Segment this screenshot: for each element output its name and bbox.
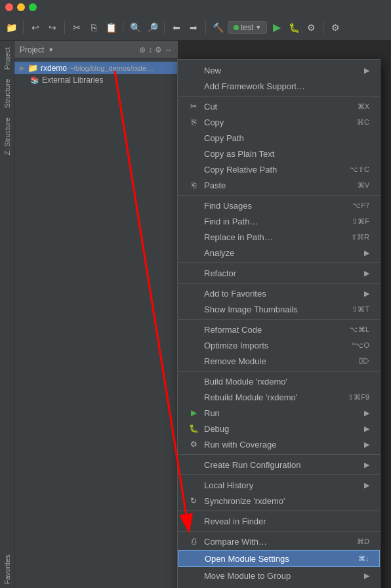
project-panel: Project ▼ ⊕ ↕ ⚙ ↔ ▶ 📁 rxdemo ~/blog/blog…	[14, 41, 178, 588]
favorites-tab[interactable]: Favorites	[2, 551, 12, 588]
menu-label-build-module: Build Module 'rxdemo'	[204, 377, 287, 387]
menu-item-compare-with[interactable]: ⎙Compare With…⌘D	[178, 534, 380, 549]
menu-shortcut-compare-with: ⌘D	[357, 537, 369, 546]
menu-item-left-run: ▶Run	[188, 408, 220, 418]
maximize-button[interactable]	[29, 3, 37, 11]
menu-shortcut-optimize-imports: ^⌥O	[352, 341, 369, 350]
minimize-button[interactable]	[17, 3, 25, 11]
left-tabs: Project Structure Z: Structure Favorites	[0, 41, 14, 588]
tree-root-item[interactable]: ▶ 📁 rxdemo ~/blog/blog_demos/rxde…	[14, 62, 178, 74]
copy-icon[interactable]: ⎘	[87, 20, 101, 35]
menu-item-open-module-settings[interactable]: Open Module Settings⌘↓	[178, 550, 380, 567]
menu-shortcut-find-usages: ⌥F7	[352, 201, 369, 210]
panel-sort-icon[interactable]: ↕	[148, 45, 152, 54]
menu-item-reformat-code[interactable]: Reformat Code⌥⌘L	[178, 322, 380, 337]
paste-icon[interactable]: 📋	[104, 20, 118, 35]
menu-item-cut[interactable]: ✂Cut⌘X	[178, 98, 380, 114]
menu-right-reformat-code: ⌥⌘L	[344, 326, 369, 334]
menu-item-build-module[interactable]: Build Module 'rxdemo'	[178, 373, 380, 389]
menu-item-mark-directory-as[interactable]: Mark Directory as▶	[178, 583, 380, 588]
menu-item-optimize-imports[interactable]: Optimize Imports^⌥O	[178, 337, 380, 353]
tree-external-libraries[interactable]: 📚 External Libraries	[14, 74, 178, 86]
folder-icon[interactable]: 📁	[4, 20, 18, 35]
menu-item-new[interactable]: New▶	[178, 62, 380, 78]
menu-item-add-framework[interactable]: Add Framework Support…	[178, 78, 380, 94]
menu-item-replace-in-path[interactable]: Replace in Path…⇧⌘R	[178, 229, 380, 245]
find-icon[interactable]: 🔍	[128, 20, 142, 35]
panel-settings-icon[interactable]: ⊕	[139, 45, 146, 54]
menu-icon-placeholder-reformat-code	[188, 324, 199, 335]
menu-label-reveal-in-finder: Reveal in Finder	[204, 516, 266, 526]
tree-external-libraries-label: External Libraries	[42, 75, 103, 85]
menu-item-create-run-config[interactable]: Create Run Configuration▶	[178, 457, 380, 472]
menu-label-open-module-settings: Open Module Settings	[205, 554, 289, 564]
folder-icon: 📁	[28, 63, 38, 73]
menu-item-left-remove-module: Remove Module	[188, 356, 266, 366]
menu-icon-placeholder-move-module-to-group	[188, 570, 199, 581]
menu-right-open-module-settings: ⌘↓	[353, 555, 369, 563]
menu-item-show-image-thumbnails[interactable]: Show Image Thumbnails⇧⌘T	[178, 301, 380, 317]
menu-item-copy-plain-text[interactable]: Copy as Plain Text	[178, 146, 380, 161]
menu-separator	[178, 474, 380, 475]
back-icon[interactable]: ⬅	[169, 20, 184, 35]
menu-item-paste[interactable]: ⎗Paste⌘V	[178, 177, 380, 193]
toolbar: 📁 ↩ ↪ ✂ ⎘ 📋 🔍 🔎 ⬅ ➡ 🔨 test ▼ ▶ 🐛 ⚙ ⚙	[0, 14, 391, 41]
menu-label-new: New	[204, 66, 221, 75]
menu-item-run[interactable]: ▶Run▶	[178, 405, 380, 421]
coverage-icon[interactable]: ⚙	[304, 20, 318, 35]
menu-item-analyze[interactable]: Analyze▶	[178, 245, 380, 261]
menu-item-copy-relative-path[interactable]: Copy Relative Path⌥⇧C	[178, 161, 380, 177]
panel-header: Project ▼ ⊕ ↕ ⚙ ↔	[14, 41, 178, 59]
run-green-icon[interactable]: ▶	[270, 20, 284, 35]
menu-item-left-synchronize: ↻Synchronize 'rxdemo'	[188, 495, 285, 506]
forward-icon[interactable]: ➡	[186, 20, 201, 35]
undo-icon[interactable]: ↩	[28, 20, 43, 35]
menu-item-left-copy-relative-path: Copy Relative Path	[188, 164, 277, 175]
menu-label-cut: Cut	[204, 102, 217, 112]
menu-item-rebuild-module[interactable]: Rebuild Module 'rxdemo'⇧⌘F9	[178, 389, 380, 405]
run-dropdown-icon: ▼	[255, 24, 261, 31]
menu-label-replace-in-path: Replace in Path…	[204, 232, 273, 242]
run-config-button[interactable]: test ▼	[228, 21, 267, 34]
menu-item-move-module-to-group[interactable]: Move Module to Group▶	[178, 568, 380, 583]
menu-label-reformat-code: Reformat Code	[204, 325, 262, 335]
structure-tab[interactable]: Structure	[2, 75, 12, 112]
toolbar-separator-4	[164, 21, 165, 34]
build-icon[interactable]: 🔨	[211, 20, 225, 35]
menu-icon-copy: ⎘	[188, 117, 199, 127]
menu-item-left-create-run-config: Create Run Configuration	[188, 459, 300, 470]
menu-item-copy-path[interactable]: Copy Path	[178, 130, 380, 146]
debug-icon[interactable]: 🐛	[287, 20, 301, 35]
menu-right-debug: ▶	[364, 425, 369, 433]
menu-submenu-arrow-run-with-coverage: ▶	[364, 440, 369, 449]
menu-item-copy[interactable]: ⎘Copy⌘C	[178, 114, 380, 130]
menu-item-debug[interactable]: 🐛Debug▶	[178, 421, 380, 436]
library-icon: 📚	[30, 76, 39, 85]
toolbar-separator-6	[323, 21, 323, 34]
menu-item-synchronize[interactable]: ↻Synchronize 'rxdemo'	[178, 493, 380, 509]
menu-label-copy-plain-text: Copy as Plain Text	[204, 149, 274, 159]
cut-icon[interactable]: ✂	[70, 20, 84, 35]
menu-item-find-in-path[interactable]: Find in Path…⇧⌘F	[178, 213, 380, 229]
panel-gear-icon[interactable]: ⚙	[155, 45, 162, 54]
redo-icon[interactable]: ↪	[45, 20, 60, 35]
menu-item-refactor[interactable]: Refactor▶	[178, 265, 380, 281]
menu-item-find-usages[interactable]: Find Usages⌥F7	[178, 198, 380, 213]
project-tab[interactable]: Project	[2, 43, 12, 74]
title-bar	[0, 0, 391, 14]
menu-item-add-to-favorites[interactable]: Add to Favorites▶	[178, 285, 380, 301]
menu-item-reveal-in-finder[interactable]: Reveal in Finder	[178, 513, 380, 529]
menu-item-local-history[interactable]: Local History▶	[178, 477, 380, 493]
menu-label-remove-module: Remove Module	[204, 356, 266, 366]
menu-icon-placeholder-add-to-favorites	[188, 288, 199, 299]
menu-item-run-with-coverage[interactable]: ⚙Run with Coverage▶	[178, 436, 380, 452]
close-button[interactable]	[5, 3, 13, 11]
z-structure-tab[interactable]: Z: Structure	[2, 114, 12, 159]
menu-right-move-module-to-group: ▶	[364, 572, 369, 580]
settings-icon[interactable]: ⚙	[328, 20, 342, 35]
find2-icon[interactable]: 🔎	[145, 20, 159, 35]
menu-item-remove-module[interactable]: Remove Module⌦	[178, 353, 380, 369]
menu-label-local-history: Local History	[204, 480, 253, 490]
panel-expand-icon[interactable]: ↔	[165, 45, 173, 54]
menu-icon-placeholder-copy-path	[188, 133, 199, 143]
